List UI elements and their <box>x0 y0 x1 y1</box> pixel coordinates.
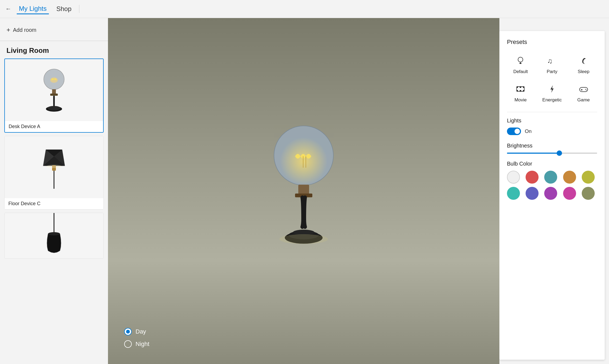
night-label: Night <box>136 341 149 348</box>
svg-rect-3 <box>50 94 58 96</box>
color-swatch-orange[interactable] <box>563 171 576 184</box>
tab-my-lights[interactable]: My Lights <box>17 4 49 14</box>
color-swatch-white[interactable] <box>507 171 520 184</box>
color-swatch-olive[interactable] <box>582 187 595 200</box>
color-swatch-violet[interactable] <box>544 187 557 200</box>
device-item-floor-c[interactable]: Floor Device C <box>4 136 104 210</box>
preset-movie[interactable]: Movie <box>507 81 534 105</box>
preset-energetic[interactable]: Energetic <box>539 81 566 105</box>
game-label: Game <box>577 97 590 103</box>
svg-point-44 <box>586 90 587 91</box>
lights-toggle[interactable] <box>507 128 521 135</box>
device-image-floor-c <box>5 136 103 198</box>
svg-rect-40 <box>580 87 588 92</box>
color-swatch-pink[interactable] <box>563 187 576 200</box>
party-icon: ♫ <box>547 56 557 67</box>
svg-point-13 <box>46 165 62 168</box>
color-grid-row1 <box>507 171 597 184</box>
color-swatch-cyan[interactable] <box>507 187 520 200</box>
main-layout: + Add room Living Room <box>0 18 609 364</box>
energetic-label: Energetic <box>542 97 562 103</box>
center-lamp <box>263 116 344 252</box>
mode-day-option[interactable]: Day <box>124 328 149 335</box>
toggle-thumb <box>515 129 520 134</box>
toggle-state-label: On <box>525 128 532 134</box>
preset-game[interactable]: Game <box>570 81 597 105</box>
tab-shop[interactable]: Shop <box>54 4 74 14</box>
sidebar: + Add room Living Room <box>0 18 108 364</box>
svg-point-16 <box>48 232 60 235</box>
day-label: Day <box>136 328 146 335</box>
brightness-slider-track[interactable] <box>507 153 597 154</box>
svg-point-6 <box>48 106 60 110</box>
preset-default[interactable]: Default <box>507 53 534 77</box>
add-room-button[interactable]: + Add room <box>0 23 43 36</box>
svg-rect-21 <box>298 184 309 194</box>
color-grid-row2 <box>507 187 597 200</box>
lights-row: On <box>507 128 597 135</box>
default-label: Default <box>513 69 528 74</box>
right-panel: Presets Default ♫ Party Slee <box>499 31 605 360</box>
svg-text:♫: ♫ <box>547 57 553 65</box>
device-item-desk-a[interactable]: Desk Device A <box>4 59 104 133</box>
plus-icon: + <box>6 26 10 34</box>
svg-point-1 <box>50 77 58 83</box>
sleep-label: Sleep <box>578 69 589 74</box>
svg-rect-33 <box>517 87 518 88</box>
center-content: Day Night <box>108 18 499 364</box>
room-title: Living Room <box>0 46 108 55</box>
default-icon <box>516 56 525 67</box>
svg-rect-36 <box>523 90 524 91</box>
top-navigation: ← My Lights Shop <box>0 0 609 18</box>
color-swatch-red[interactable] <box>526 171 539 184</box>
brightness-section: Brightness <box>507 143 597 154</box>
preset-party[interactable]: ♫ Party <box>539 53 566 77</box>
svg-rect-2 <box>52 89 56 94</box>
panel-divider-1 <box>507 112 597 112</box>
svg-point-26 <box>279 234 328 244</box>
sidebar-divider <box>0 41 108 41</box>
svg-rect-38 <box>520 90 521 91</box>
color-swatch-yellow-green[interactable] <box>582 171 595 184</box>
svg-marker-39 <box>550 85 554 93</box>
nav-divider <box>79 5 79 13</box>
device-item-pendant[interactable] <box>4 213 104 259</box>
device-image-desk-a <box>5 59 103 121</box>
bulb-color-label: Bulb Color <box>507 161 597 167</box>
color-swatch-purple[interactable] <box>526 187 539 200</box>
svg-rect-34 <box>523 87 524 88</box>
movie-label: Movie <box>515 97 527 103</box>
night-radio-button[interactable] <box>124 340 132 348</box>
color-swatch-teal[interactable] <box>544 171 557 184</box>
svg-rect-35 <box>517 90 518 91</box>
day-radio-button[interactable] <box>124 328 132 335</box>
back-button[interactable]: ← <box>5 5 11 12</box>
add-room-label: Add room <box>13 27 36 33</box>
sleep-icon <box>579 56 588 67</box>
preset-sleep[interactable]: Sleep <box>570 53 597 77</box>
energetic-icon <box>547 84 557 95</box>
game-icon <box>579 84 588 95</box>
device-image-pendant <box>5 213 103 259</box>
brightness-fill <box>507 153 559 154</box>
party-label: Party <box>547 69 557 74</box>
brightness-thumb[interactable] <box>557 150 562 156</box>
presets-title: Presets <box>507 39 597 46</box>
mode-selector: Day Night <box>124 328 149 353</box>
movie-icon <box>516 84 525 95</box>
mode-night-option[interactable]: Night <box>124 340 149 348</box>
device-label-floor-c: Floor Device C <box>5 198 103 209</box>
lights-label: Lights <box>507 118 597 124</box>
device-label-desk-a: Desk Device A <box>5 121 103 132</box>
svg-point-43 <box>585 89 586 90</box>
svg-point-27 <box>518 57 523 62</box>
presets-grid: Default ♫ Party Sleep Movie <box>507 53 597 105</box>
brightness-label: Brightness <box>507 143 597 149</box>
svg-rect-37 <box>520 87 521 88</box>
